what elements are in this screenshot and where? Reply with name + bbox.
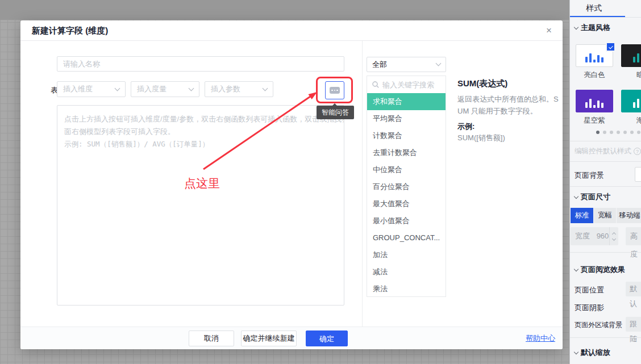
disabled-label: 编辑控件默认样式 — [575, 147, 631, 156]
editor-placeholder-line1: 点击上方插入按钮可插入维度/度量/参数，双击右侧函数列表可插入函数，双击或拖拽界 — [64, 113, 337, 125]
size-tab-standard[interactable]: 标准 — [571, 208, 593, 223]
dimmed-toolbar-band — [0, 0, 569, 20]
theme-thumb-dark[interactable] — [621, 44, 641, 67]
section-label: 页面阅览效果 — [581, 265, 625, 275]
insert-parameter-label: 插入参数 — [211, 84, 240, 94]
function-item[interactable]: 平均聚合 — [367, 110, 446, 127]
divider — [570, 17, 641, 18]
theme-label: 海 — [621, 116, 641, 125]
smart-qa-tooltip: 智能问答 — [317, 106, 354, 119]
theme-label: 亮白色 — [576, 70, 613, 80]
chevron-down-icon — [436, 61, 442, 66]
chevron-down-icon — [189, 85, 194, 91]
function-item[interactable]: GROUP_CONCAT... — [367, 229, 446, 246]
height-stepper[interactable]: 高度 — [626, 227, 641, 245]
theme-label: 暗 — [621, 70, 641, 80]
confirm-button[interactable]: 确定 — [306, 330, 348, 346]
width-stepper[interactable]: 宽度 960 — [571, 227, 618, 245]
search-icon — [372, 81, 379, 88]
width-value: 960 — [597, 232, 609, 240]
close-icon[interactable]: × — [542, 24, 556, 37]
dialog-header: 新建计算字段 (维度) × — [20, 20, 563, 41]
tab-style[interactable]: 样式 — [586, 0, 602, 16]
function-item[interactable]: 百分位聚合 — [367, 178, 446, 195]
outer-area-bg-label: 页面外区域背景 — [575, 320, 622, 330]
theme-thumb-light[interactable] — [576, 44, 613, 67]
outer-area-bg-select[interactable]: 跟随 — [626, 317, 641, 332]
cancel-button[interactable]: 取消 — [189, 330, 234, 346]
insert-measure-dropdown[interactable]: 插入度量 — [131, 81, 199, 97]
section-default-zoom[interactable]: 默认缩放 — [575, 348, 610, 358]
chevron-up-icon — [612, 232, 616, 236]
function-detail-title: SUM(表达式) — [457, 78, 507, 89]
chevron-down-icon — [574, 349, 578, 354]
confirm-and-continue-button[interactable]: 确定并继续新建 — [241, 330, 297, 346]
chevron-down-icon — [612, 236, 616, 240]
chevron-down-icon — [115, 85, 120, 91]
function-item[interactable]: 加法 — [367, 246, 446, 263]
category-selected-value: 全部 — [372, 60, 387, 70]
insert-measure-label: 插入度量 — [137, 84, 167, 94]
help-center-link[interactable]: 帮助中心 — [526, 333, 555, 344]
divider — [570, 186, 641, 187]
new-calc-field-dialog: 新建计算字段 (维度) × 名称 表达式 插入维度 插入度量 插入参数 点击上方… — [20, 20, 563, 349]
function-item[interactable]: 最小值聚合 — [367, 212, 446, 229]
selected-check-icon — [606, 42, 615, 52]
chevron-down-icon — [574, 266, 578, 271]
section-label: 默认缩放 — [581, 348, 610, 358]
theme-thumb-purple[interactable] — [576, 90, 613, 112]
width-label: 宽度 — [575, 232, 590, 240]
section-page-preview[interactable]: 页面阅览效果 — [575, 265, 625, 275]
function-example-label: 示例: — [457, 122, 474, 132]
chevron-down-icon — [574, 24, 578, 29]
section-theme-style[interactable]: 主题风格 — [575, 23, 610, 33]
function-item[interactable]: 计数聚合 — [367, 127, 446, 144]
theme-pagination-dots[interactable] — [596, 131, 640, 134]
divider — [570, 252, 641, 253]
editor-placeholder-line2: 面右侧模型列表字段可插入字段。 — [64, 125, 337, 138]
size-tab-mobile[interactable]: 移动端 — [617, 208, 641, 223]
function-item[interactable]: 最大值聚合 — [367, 195, 446, 212]
section-label: 页面尺寸 — [581, 192, 610, 202]
function-item[interactable]: 乘法 — [367, 281, 446, 298]
function-example-value: SUM([销售额]) — [457, 133, 505, 143]
panel-divider — [362, 41, 363, 327]
chevron-down-icon — [263, 85, 268, 91]
page-position-label: 页面位置 — [575, 285, 604, 295]
chevron-down-icon — [574, 194, 578, 198]
function-category-select[interactable]: 全部 — [367, 57, 446, 72]
dialog-title: 新建计算字段 (维度) — [32, 20, 108, 41]
question-circle-icon: ? — [634, 148, 641, 155]
formula-editor[interactable]: 点击上方插入按钮可插入维度/度量/参数，双击右侧函数列表可插入函数，双击或拖拽界… — [57, 105, 344, 306]
divider — [570, 161, 641, 162]
section-label: 主题风格 — [581, 23, 610, 33]
size-tab-wide[interactable]: 宽幅 — [594, 208, 616, 223]
page-shadow-label: 页面阴影 — [575, 303, 604, 313]
edit-control-default-style: 编辑控件默认样式 ? — [575, 147, 641, 156]
height-label: 高度 — [630, 232, 638, 258]
annotation-highlight-rect — [316, 77, 353, 103]
insert-dimension-dropdown[interactable]: 插入维度 — [57, 81, 126, 97]
function-item[interactable]: 求和聚合 — [367, 93, 446, 110]
theme-thumb-teal[interactable] — [621, 90, 641, 112]
function-search[interactable] — [367, 76, 446, 93]
insert-dimension-label: 插入维度 — [63, 84, 93, 94]
name-input[interactable] — [57, 56, 344, 72]
insert-parameter-dropdown[interactable]: 插入参数 — [205, 81, 273, 97]
stepper-arrows[interactable] — [609, 227, 618, 245]
style-panel: 样式 主题风格 亮白色 暗 星空紫 海 编辑控件默认样式 ? 页面背景 — [569, 0, 641, 364]
function-item[interactable]: 去重计数聚合 — [367, 144, 446, 161]
page-background-control[interactable] — [635, 167, 641, 182]
section-page-size[interactable]: 页面尺寸 — [575, 192, 610, 202]
annotation-text: 点这里 — [184, 175, 220, 191]
function-list: 求和聚合 平均聚合 计数聚合 去重计数聚合 中位聚合 百分位聚合 最大值聚合 最… — [367, 76, 446, 297]
divider — [570, 141, 641, 141]
function-search-input[interactable] — [382, 81, 439, 89]
function-detail-description: 返回表达式中所有值的总和。SUM 只能用于数字字段。 — [457, 93, 563, 117]
function-item[interactable]: 减法 — [367, 263, 446, 281]
page-position-select[interactable]: 默认 — [626, 282, 641, 296]
dialog-footer: 取消 确定并继续新建 确定 帮助中心 — [20, 327, 563, 349]
function-item[interactable]: 中位聚合 — [367, 161, 446, 178]
theme-label: 星空紫 — [576, 116, 613, 125]
editor-placeholder-example: 示例: SUM（[销售额]）/ AVG（[订单量]） — [64, 138, 337, 150]
